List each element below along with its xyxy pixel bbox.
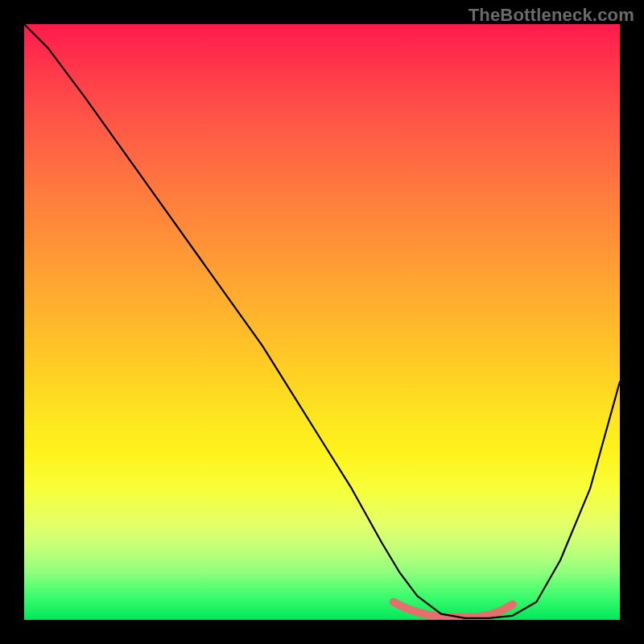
main-curve — [24, 24, 620, 618]
plot-area — [24, 24, 620, 620]
chart-frame: TheBottleneck.com — [0, 0, 644, 644]
curve-layer — [24, 24, 620, 620]
watermark-text: TheBottleneck.com — [469, 5, 634, 26]
